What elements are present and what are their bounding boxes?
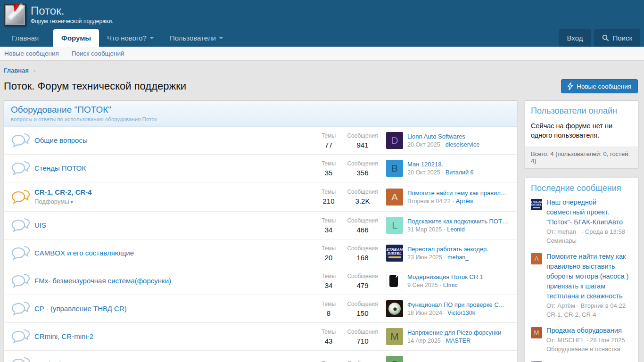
latest-post-link[interactable]: Подскажите как подключить ПОТ… <box>407 218 512 225</box>
latest-post-avatar[interactable]: M <box>386 328 403 345</box>
forum-read-icon <box>11 218 33 233</box>
latest-post-link[interactable]: Перестал работать энкодер. <box>407 246 512 253</box>
messages-count: 466 <box>346 226 380 234</box>
forum-read-icon <box>11 301 33 316</box>
avatar-letter: M <box>390 331 399 342</box>
messages-label: Сообщения <box>346 329 380 335</box>
forum-read-icon <box>11 329 33 344</box>
post-title-link[interactable]: Продается Поток Смарт CRI <box>546 360 632 362</box>
forum-link[interactable]: UIS <box>34 221 46 229</box>
latest-post-user[interactable]: Артём <box>456 198 473 205</box>
post-title-link[interactable]: Продажа оборудования <box>546 326 632 336</box>
stream-diesel-avatar[interactable]: STREAMDIESEL <box>531 199 542 210</box>
latest-post-avatar[interactable]: A <box>386 189 403 206</box>
forum-row: CR-1, CR-2, CR-4 Подфорумы▾ Темы210 Сооб… <box>4 182 517 212</box>
avatar-letter: L <box>392 220 397 231</box>
topics-label: Темы <box>312 329 346 335</box>
nav-whats-new-label: Что нового? <box>107 34 147 42</box>
latest-post-user[interactable]: Elmic <box>443 282 458 288</box>
forum-link[interactable]: Общие вопросы <box>34 136 88 144</box>
post-meta: От: MISCHEL · 28 Ноя 2025 <box>546 336 632 345</box>
nav-users-label: Пользователи <box>170 34 216 42</box>
latest-post-user[interactable]: dieselservice <box>446 141 479 148</box>
forum-link[interactable]: CAMBOX и его составляющие <box>34 249 134 257</box>
forum-link[interactable]: CRmini, CR-mini-2 <box>34 332 93 340</box>
forum-row: CP - (управление ТНВД CR) Темы8 Сообщени… <box>4 295 517 323</box>
site-header: Поток. Форум технической поддержки. Глав… <box>0 0 644 47</box>
forum-read-icon <box>11 273 33 288</box>
messages-label: Сообщения <box>346 273 380 280</box>
latest-post-avatar[interactable]: S <box>386 356 403 362</box>
new-posts-button-label: Новые сообщения <box>577 83 631 90</box>
forum-link[interactable]: CR-1, CR-2, CR-4 <box>34 188 92 196</box>
topics-label: Темы <box>312 189 346 195</box>
messages-count: 941 <box>346 141 380 149</box>
dot-separator: · <box>442 337 444 344</box>
fmx-logo-avatar[interactable] <box>386 272 403 289</box>
latest-post-user[interactable]: Виталий 6 <box>446 169 474 176</box>
latest-post-user[interactable]: Victor130k <box>447 310 475 316</box>
dot-separator: · <box>442 141 444 148</box>
search-button[interactable]: Поиск <box>594 29 640 47</box>
category-header: Оборудование "ПОТОК" вопросы и ответы по… <box>4 101 517 127</box>
forum-row: Potok Piezo Tester Темы Сообщения S Рабо… <box>4 351 517 362</box>
messages-label: Сообщения <box>346 160 380 167</box>
forum-link[interactable]: FMx- безмензурочная система(форсунки) <box>34 277 171 285</box>
latest-post-item: D Продается Поток Смарт CRI От: dieselse… <box>525 360 638 362</box>
latest-post-avatar[interactable]: L <box>386 217 403 234</box>
latest-post-link[interactable]: Напряжение для Piezo форсунки <box>407 329 512 336</box>
nav-users[interactable]: Пользователи <box>162 29 231 47</box>
forum-row: Стенды ПОТОК Темы35 Сообщения356 B Ман 1… <box>4 155 517 182</box>
latest-post-user[interactable]: mehan_ <box>447 254 469 261</box>
latest-post-date: 23 Июн 2025 <box>407 254 442 261</box>
forum-row: CAMBOX и его составляющие Темы20 Сообщен… <box>4 239 517 267</box>
subnav-new-posts[interactable]: Новые сообщения <box>4 50 59 57</box>
messages-count: 168 <box>346 254 380 262</box>
latest-post-avatar[interactable]: D <box>386 132 403 149</box>
post-title-link[interactable]: Помогите найти тему как правильно выстав… <box>546 252 632 301</box>
category-title[interactable]: Оборудование "ПОТОК" <box>11 105 510 115</box>
breadcrumb-home[interactable]: Главная <box>4 67 29 74</box>
messages-label: Сообщения <box>346 245 380 252</box>
messages-label: Сообщения <box>346 189 380 195</box>
new-posts-button[interactable]: Новые сообщения <box>561 79 638 93</box>
latest-post-link[interactable]: Функционал ПО при проверке С… <box>407 301 512 308</box>
latest-post-link[interactable]: Lionn Auto Softwares <box>407 133 512 140</box>
latest-post-avatar[interactable]: B <box>386 160 403 177</box>
avatar-letter: D <box>391 135 398 146</box>
latest-post-link[interactable]: Ман 120218. <box>407 161 512 168</box>
latest-post-link[interactable]: Помогите найти тему как правил… <box>407 189 512 197</box>
latest-post-user[interactable]: Leonid <box>447 226 465 233</box>
breadcrumb: Главная › <box>4 67 638 74</box>
nav-forums[interactable]: Форумы <box>53 29 99 47</box>
post-forum-link[interactable]: Оборудование и оснастка <box>546 346 620 353</box>
search-icon <box>602 34 609 41</box>
forum-link[interactable]: Стенды ПОТОК <box>34 164 86 172</box>
post-forum-link[interactable]: CR-1, CR-2, CR-4 <box>546 311 596 318</box>
latest-post-link[interactable]: Модернизация Поток CR 1 <box>407 273 512 280</box>
dot-separator: · <box>444 254 446 261</box>
latest-post-date: 14 Апр 2025 <box>407 337 441 344</box>
post-forum-link[interactable]: Семинары <box>546 237 577 244</box>
forum-link[interactable]: Potok Piezo Tester <box>34 360 93 362</box>
dot-separator: · <box>439 282 441 288</box>
forum-row: CRmini, CR-mini-2 Темы43 Сообщения710 M … <box>4 323 517 351</box>
dot-separator: · <box>442 169 444 176</box>
subforums-toggle[interactable]: Подфорумы▾ <box>34 198 73 205</box>
user-avatar[interactable]: M <box>531 327 542 338</box>
latest-post-date: 20 Окт 2025 <box>407 169 440 176</box>
topics-label: Темы <box>312 245 346 252</box>
stream-diesel-avatar[interactable]: STREAMDIESEL <box>386 245 403 262</box>
nav-home[interactable]: Главная <box>4 29 47 47</box>
nav-whats-new[interactable]: Что нового? <box>99 29 162 47</box>
subnav-search-posts[interactable]: Поиск сообщений <box>72 50 124 57</box>
site-logo[interactable] <box>4 4 26 26</box>
latest-posts-block: Последние сообщения STREAMDIESEL Наш оче… <box>525 178 638 362</box>
main-nav: Главная Форумы Что нового? Пользователи … <box>0 29 644 47</box>
forum-link[interactable]: CP - (управление ТНВД CR) <box>34 304 127 313</box>
login-button[interactable]: Вход <box>559 29 591 47</box>
user-avatar[interactable]: A <box>531 253 542 264</box>
disc-photo-avatar[interactable] <box>386 300 403 317</box>
post-title-link[interactable]: Наш очередной совместный проект. "Поток"… <box>546 197 632 227</box>
latest-post-user[interactable]: MASTER <box>446 337 471 344</box>
